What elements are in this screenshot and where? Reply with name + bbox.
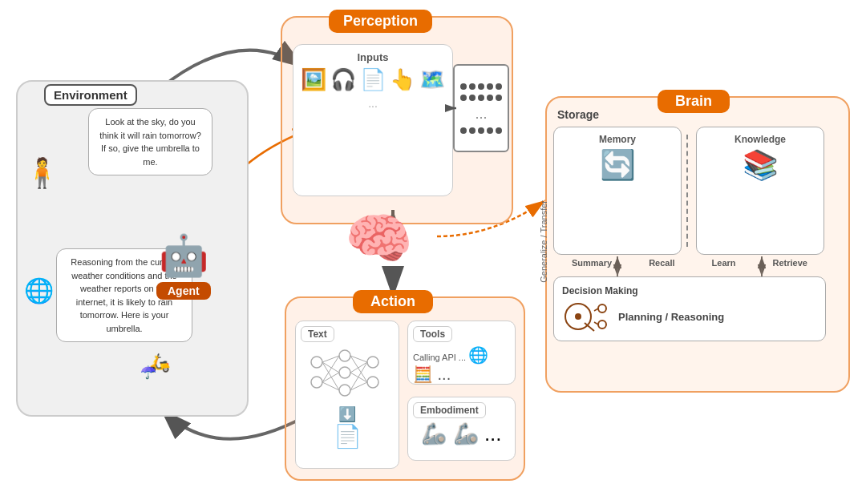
encoder-row-2 — [460, 95, 502, 101]
image-icon: 🖼️ — [301, 67, 326, 92]
svg-point-14 — [311, 377, 322, 388]
encoder-dot — [478, 127, 484, 134]
text-file-icon: 📄 — [360, 67, 386, 92]
encoder-dot — [469, 127, 475, 134]
encoder-row-1 — [460, 83, 502, 90]
human-figure: 🧍 — [24, 156, 60, 190]
agent-label: Agent — [156, 282, 211, 300]
generalize-label: Generalize / Transfer — [539, 200, 548, 283]
svg-line-29 — [350, 356, 367, 382]
svg-point-19 — [367, 377, 378, 388]
encoder-dot — [478, 83, 484, 90]
tools-box: Tools Calling API ... 🌐 🧮 ... — [407, 321, 516, 385]
environment-label: Environment — [44, 84, 137, 106]
agent-box: 🤖 Agent — [156, 232, 211, 300]
action-label: Action — [353, 290, 433, 313]
touch-icon: 👆 — [390, 67, 415, 92]
knowledge-title: Knowledge — [703, 134, 817, 145]
embodiment-box: Embodiment 🦾 🦾 ... — [407, 397, 516, 461]
inputs-box: Inputs 🖼️ 🎧 📄 👆 🗺️ ... — [293, 44, 453, 196]
perception-label: Perception — [329, 10, 432, 33]
learn-label: Learn — [712, 258, 736, 268]
svg-line-24 — [322, 373, 339, 382]
storage-label: Storage — [557, 108, 599, 121]
inputs-to-encoder-arrow — [445, 100, 461, 116]
robot-icon: 🤖 — [156, 232, 211, 279]
svg-point-18 — [367, 357, 378, 368]
tools-content: Calling API ... 🌐 🧮 ... — [413, 345, 510, 384]
svg-line-21 — [322, 362, 339, 373]
encoder-dot — [460, 127, 467, 134]
encoder-box: ... — [453, 64, 509, 152]
globe-icon: 🌐 — [24, 276, 54, 304]
decision-title: Decision Making — [562, 285, 817, 296]
memory-title: Memory — [560, 134, 674, 145]
memory-area: Memory 🔄 — [553, 127, 682, 255]
planning-text: Planning / Reasoning — [618, 311, 724, 323]
svg-point-13 — [311, 357, 322, 368]
embodiment-icons: 🦾 🦾 ... — [413, 421, 510, 446]
svg-line-27 — [350, 362, 367, 373]
encoder-dot — [469, 95, 475, 101]
svg-point-36 — [598, 321, 606, 329]
encoder-dots: ... — [475, 106, 487, 123]
svg-line-30 — [350, 373, 367, 382]
svg-point-33 — [575, 313, 581, 320]
knowledge-icon: 📚 — [703, 148, 817, 182]
encoder-dot — [460, 83, 467, 90]
memory-icon: 🔄 — [560, 148, 674, 182]
svg-point-35 — [598, 304, 606, 312]
text-down-arrow: ⬇️ — [301, 405, 394, 423]
encoder-dot — [487, 95, 493, 101]
svg-point-16 — [339, 367, 350, 378]
neural-network-svg — [301, 346, 389, 402]
headphone-icon: 🎧 — [330, 67, 356, 92]
embodiment-label: Embodiment — [413, 402, 486, 418]
tools-icons: 🌐 🧮 ... — [413, 346, 488, 383]
encoder-dot — [496, 127, 502, 134]
brain-label: Brain — [658, 90, 730, 113]
action-row: Summary Recall Learn Retrieve — [553, 258, 826, 268]
txt-file-icon: 📄 — [301, 423, 394, 450]
encoder-row-3 — [460, 127, 502, 134]
text-output-label: Text — [301, 326, 334, 342]
vertical-divider — [686, 135, 688, 247]
recall-label: Recall — [649, 258, 674, 268]
encoder-dot — [487, 127, 493, 134]
encoder-dot — [478, 95, 484, 101]
text-box: Text ⬇️ 📄 — [295, 321, 399, 469]
bubble-top: Look at the sky, do you think it will ra… — [88, 108, 212, 175]
tools-label: Tools — [413, 326, 452, 342]
knowledge-area: Knowledge 📚 — [696, 127, 824, 255]
map-icon: 🗺️ — [419, 67, 445, 92]
svg-point-15 — [339, 350, 350, 361]
planning-svg — [562, 300, 610, 333]
umbrella-icon: ☂️ — [140, 365, 156, 380]
brain-center-icon: 🧠 — [345, 207, 413, 271]
inputs-label: Inputs — [300, 51, 446, 63]
summary-label: Summary — [572, 258, 612, 268]
decision-icons: Planning / Reasoning — [562, 300, 817, 333]
inputs-dots: ... — [300, 97, 446, 110]
inputs-icons: 🖼️ 🎧 📄 👆 🗺️ — [300, 67, 446, 92]
encoder-dot — [496, 83, 502, 90]
encoder-dot — [496, 95, 502, 101]
encoder-dot — [469, 83, 475, 90]
diagram-container: Environment 🧍 Look at the sky, do you th… — [0, 0, 866, 504]
decision-area: Decision Making Planning / Reasoning — [553, 276, 826, 341]
svg-line-23 — [322, 356, 339, 382]
retrieve-label: Retrieve — [773, 258, 807, 268]
svg-point-17 — [339, 385, 350, 396]
encoder-dot — [487, 83, 493, 90]
encoder-dot — [460, 95, 467, 101]
svg-line-20 — [322, 356, 339, 362]
svg-line-26 — [350, 356, 367, 362]
